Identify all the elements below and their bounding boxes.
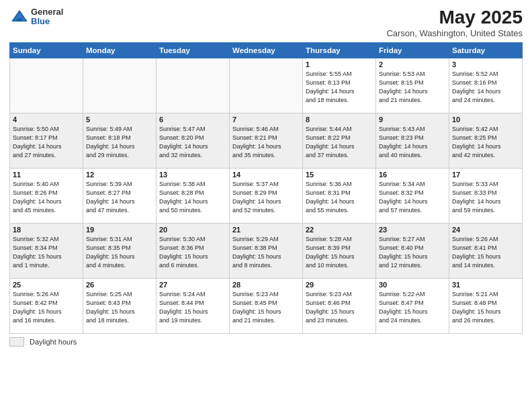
table-row	[157, 58, 230, 113]
day-info: Sunrise: 5:23 AM Sunset: 8:45 PM Dayligh…	[232, 290, 300, 325]
day-info: Sunrise: 5:49 AM Sunset: 8:18 PM Dayligh…	[86, 125, 153, 160]
day-info: Sunrise: 5:43 AM Sunset: 8:23 PM Dayligh…	[379, 125, 446, 160]
calendar-week-row: 1Sunrise: 5:55 AM Sunset: 8:13 PM Daylig…	[10, 58, 523, 113]
header: General Blue May 2025 Carson, Washington…	[9, 7, 523, 38]
day-info: Sunrise: 5:29 AM Sunset: 8:38 PM Dayligh…	[232, 235, 300, 270]
table-row: 18Sunrise: 5:32 AM Sunset: 8:34 PM Dayli…	[10, 224, 83, 279]
table-row: 31Sunrise: 5:21 AM Sunset: 8:48 PM Dayli…	[449, 279, 523, 334]
col-wednesday: Wednesday	[230, 43, 303, 58]
calendar-week-row: 25Sunrise: 5:26 AM Sunset: 8:42 PM Dayli…	[10, 279, 523, 334]
day-info: Sunrise: 5:31 AM Sunset: 8:35 PM Dayligh…	[86, 235, 153, 270]
day-info: Sunrise: 5:34 AM Sunset: 8:32 PM Dayligh…	[379, 180, 446, 215]
day-number: 30	[379, 281, 446, 289]
table-row: 4Sunrise: 5:50 AM Sunset: 8:17 PM Daylig…	[10, 113, 83, 169]
col-tuesday: Tuesday	[157, 43, 230, 58]
table-row: 13Sunrise: 5:38 AM Sunset: 8:28 PM Dayli…	[157, 169, 230, 224]
logo-blue-text: Blue	[31, 17, 63, 26]
table-row: 26Sunrise: 5:25 AM Sunset: 8:43 PM Dayli…	[83, 279, 157, 334]
table-row: 30Sunrise: 5:22 AM Sunset: 8:47 PM Dayli…	[376, 279, 449, 334]
page: General Blue May 2025 Carson, Washington…	[0, 0, 532, 411]
day-number: 5	[86, 116, 153, 124]
day-number: 17	[452, 171, 519, 179]
day-number: 16	[379, 171, 446, 179]
logo-general-text: General	[31, 7, 63, 17]
day-info: Sunrise: 5:44 AM Sunset: 8:22 PM Dayligh…	[306, 125, 373, 160]
day-number: 26	[86, 281, 153, 289]
table-row: 16Sunrise: 5:34 AM Sunset: 8:32 PM Dayli…	[376, 169, 449, 224]
day-info: Sunrise: 5:53 AM Sunset: 8:15 PM Dayligh…	[379, 70, 446, 105]
table-row: 3Sunrise: 5:52 AM Sunset: 8:16 PM Daylig…	[449, 58, 523, 113]
col-sunday: Sunday	[10, 43, 83, 58]
day-info: Sunrise: 5:40 AM Sunset: 8:26 PM Dayligh…	[13, 180, 80, 215]
table-row: 5Sunrise: 5:49 AM Sunset: 8:18 PM Daylig…	[83, 113, 157, 169]
table-row: 24Sunrise: 5:26 AM Sunset: 8:41 PM Dayli…	[449, 224, 523, 279]
day-info: Sunrise: 5:21 AM Sunset: 8:48 PM Dayligh…	[452, 290, 519, 325]
col-thursday: Thursday	[303, 43, 376, 58]
day-number: 27	[159, 281, 226, 289]
table-row: 29Sunrise: 5:23 AM Sunset: 8:46 PM Dayli…	[303, 279, 376, 334]
day-number: 18	[13, 226, 80, 234]
day-number: 9	[379, 116, 446, 124]
day-info: Sunrise: 5:26 AM Sunset: 8:42 PM Dayligh…	[13, 290, 80, 325]
col-saturday: Saturday	[449, 43, 523, 58]
header-row: Sunday Monday Tuesday Wednesday Thursday…	[10, 43, 523, 58]
table-row	[230, 58, 303, 113]
table-row: 17Sunrise: 5:33 AM Sunset: 8:33 PM Dayli…	[449, 169, 523, 224]
day-info: Sunrise: 5:30 AM Sunset: 8:36 PM Dayligh…	[159, 235, 226, 270]
day-info: Sunrise: 5:26 AM Sunset: 8:41 PM Dayligh…	[452, 235, 519, 270]
logo: General Blue	[9, 7, 63, 27]
day-number: 13	[159, 171, 226, 179]
legend-label: Daylight hours	[30, 338, 77, 346]
day-info: Sunrise: 5:37 AM Sunset: 8:29 PM Dayligh…	[232, 180, 300, 215]
day-info: Sunrise: 5:39 AM Sunset: 8:27 PM Dayligh…	[86, 180, 153, 215]
table-row: 22Sunrise: 5:28 AM Sunset: 8:39 PM Dayli…	[303, 224, 376, 279]
day-info: Sunrise: 5:27 AM Sunset: 8:40 PM Dayligh…	[379, 235, 446, 270]
subtitle: Carson, Washington, United States	[386, 28, 523, 38]
day-number: 11	[13, 171, 80, 179]
col-friday: Friday	[376, 43, 449, 58]
day-info: Sunrise: 5:28 AM Sunset: 8:39 PM Dayligh…	[306, 235, 373, 270]
day-number: 31	[452, 281, 519, 289]
table-row: 27Sunrise: 5:24 AM Sunset: 8:44 PM Dayli…	[157, 279, 230, 334]
day-info: Sunrise: 5:42 AM Sunset: 8:25 PM Dayligh…	[452, 125, 519, 160]
day-info: Sunrise: 5:33 AM Sunset: 8:33 PM Dayligh…	[452, 180, 519, 215]
col-monday: Monday	[83, 43, 157, 58]
day-number: 3	[452, 60, 519, 68]
day-number: 8	[306, 116, 373, 124]
day-number: 15	[306, 171, 373, 179]
day-number: 4	[13, 116, 80, 124]
calendar-table: Sunday Monday Tuesday Wednesday Thursday…	[9, 42, 523, 334]
table-row: 6Sunrise: 5:47 AM Sunset: 8:20 PM Daylig…	[157, 113, 230, 169]
day-info: Sunrise: 5:47 AM Sunset: 8:20 PM Dayligh…	[159, 125, 226, 160]
calendar-week-row: 18Sunrise: 5:32 AM Sunset: 8:34 PM Dayli…	[10, 224, 523, 279]
table-row: 2Sunrise: 5:53 AM Sunset: 8:15 PM Daylig…	[376, 58, 449, 113]
table-row: 28Sunrise: 5:23 AM Sunset: 8:45 PM Dayli…	[230, 279, 303, 334]
title-block: May 2025 Carson, Washington, United Stat…	[386, 7, 523, 38]
day-number: 29	[306, 281, 373, 289]
day-number: 23	[379, 226, 446, 234]
table-row: 21Sunrise: 5:29 AM Sunset: 8:38 PM Dayli…	[230, 224, 303, 279]
day-number: 28	[232, 281, 300, 289]
svg-rect-2	[17, 18, 22, 21]
table-row: 20Sunrise: 5:30 AM Sunset: 8:36 PM Dayli…	[157, 224, 230, 279]
table-row	[10, 58, 83, 113]
day-number: 10	[452, 116, 519, 124]
table-row: 1Sunrise: 5:55 AM Sunset: 8:13 PM Daylig…	[303, 58, 376, 113]
main-title: May 2025	[386, 7, 523, 28]
legend-box	[9, 337, 24, 347]
day-number: 25	[13, 281, 80, 289]
table-row	[83, 58, 157, 113]
day-number: 7	[232, 116, 300, 124]
day-info: Sunrise: 5:55 AM Sunset: 8:13 PM Dayligh…	[306, 70, 373, 105]
day-number: 22	[306, 226, 373, 234]
day-number: 24	[452, 226, 519, 234]
day-info: Sunrise: 5:25 AM Sunset: 8:43 PM Dayligh…	[86, 290, 153, 325]
day-number: 2	[379, 60, 446, 68]
day-info: Sunrise: 5:24 AM Sunset: 8:44 PM Dayligh…	[159, 290, 226, 325]
day-number: 19	[86, 226, 153, 234]
day-info: Sunrise: 5:23 AM Sunset: 8:46 PM Dayligh…	[306, 290, 373, 325]
day-number: 12	[86, 171, 153, 179]
day-number: 14	[232, 171, 300, 179]
logo-text: General Blue	[31, 7, 63, 27]
table-row: 7Sunrise: 5:46 AM Sunset: 8:21 PM Daylig…	[230, 113, 303, 169]
